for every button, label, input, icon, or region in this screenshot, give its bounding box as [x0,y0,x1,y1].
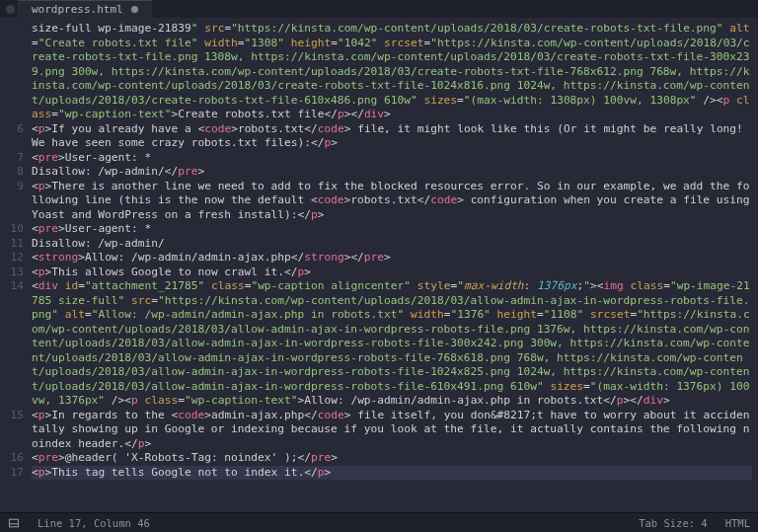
panel-icon[interactable] [8,517,20,529]
window-control-icon[interactable] [6,5,15,14]
code-content[interactable]: size-full wp-image-21839" src="https://k… [30,18,758,512]
editor-area[interactable]: 67891011121314151617 size-full wp-image-… [0,18,758,512]
dirty-indicator-icon [131,6,138,13]
line-number-gutter: 67891011121314151617 [0,18,30,512]
file-tab[interactable]: wordpress.html [18,0,152,18]
title-bar: wordpress.html [0,0,758,18]
status-tab-size[interactable]: Tab Size: 4 [639,517,708,529]
svg-rect-0 [10,519,19,527]
status-cursor-position[interactable]: Line 17, Column 46 [38,517,150,529]
tab-filename: wordpress.html [32,3,123,16]
status-syntax[interactable]: HTML [725,517,750,529]
status-bar: Line 17, Column 46 Tab Size: 4 HTML [0,512,758,532]
